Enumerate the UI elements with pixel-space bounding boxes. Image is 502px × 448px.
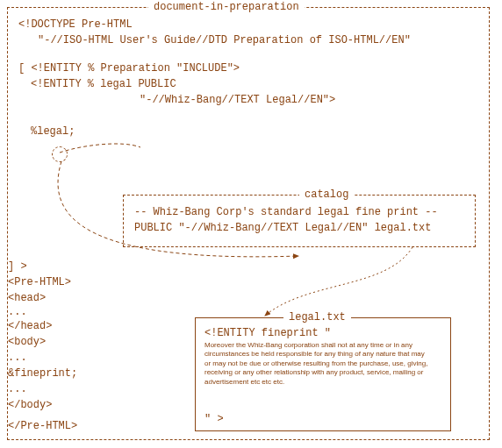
head-close: </head>	[8, 320, 52, 332]
body-open: <body>	[8, 336, 46, 348]
prehtml-close: </Pre-HTML>	[8, 420, 77, 432]
ellipsis1: ...	[8, 306, 27, 318]
head-open: <head>	[8, 292, 46, 304]
entity-legal: <!ENTITY % legal PUBLIC	[31, 78, 176, 90]
catalog-box: catalog -- Whiz-Bang Corp's standard leg…	[123, 195, 476, 247]
catalog-title: catalog	[299, 188, 354, 201]
ellipsis3: ...	[8, 383, 27, 395]
doctype-line: <!DOCTYPE Pre-HTML	[18, 18, 133, 31]
close-bracket: ] >	[8, 260, 27, 273]
entity-fineprint-close: " >	[204, 413, 224, 425]
legal-title: legal.txt	[283, 311, 351, 324]
fineprint-body: Moreover the Whiz-Bang corporation shall…	[204, 341, 433, 387]
doctype-fpi: "-//ISO-HTML User's Guide//DTD Preparati…	[38, 34, 411, 46]
entity-prep: [ <!ENTITY % Preparation "INCLUDE">	[18, 62, 240, 75]
legal-ref: %legal;	[31, 125, 75, 138]
entity-legal-fpi: "-//Whiz-Bang//TEXT Legal//EN">	[140, 94, 335, 106]
ellipsis2: ...	[8, 352, 27, 364]
fineprint-ref: &fineprint;	[8, 367, 77, 380]
prehtml-open: <Pre-HTML>	[8, 276, 71, 288]
body-close: </body>	[8, 399, 52, 411]
legal-txt-box: legal.txt <!ENTITY fineprint " Moreover …	[195, 317, 451, 431]
catalog-comment: -- Whiz-Bang Corp's standard legal fine …	[134, 206, 438, 218]
entity-fineprint-open: <!ENTITY fineprint "	[204, 327, 331, 339]
main-title: document-in-preparation	[148, 1, 305, 13]
reference-circle-icon	[52, 146, 68, 162]
catalog-public: PUBLIC "-//Whiz-Bang//TEXT Legal//EN" le…	[134, 222, 431, 234]
